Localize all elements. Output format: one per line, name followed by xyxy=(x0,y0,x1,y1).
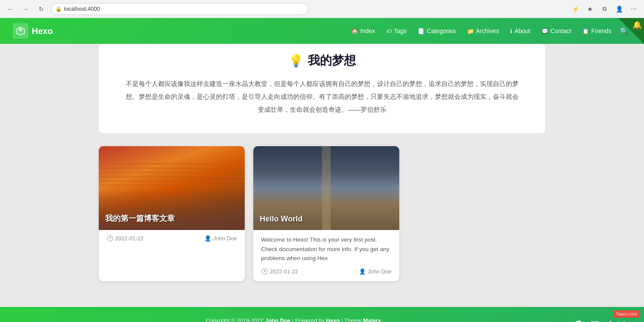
nav-item-about[interactable]: ℹ About xyxy=(505,25,535,37)
nav-item-friends[interactable]: 📋 Friends xyxy=(577,25,617,37)
nav-label-friends: Friends xyxy=(591,28,611,34)
footer-powered-by: Hexo xyxy=(326,317,340,322)
friends-icon: 📋 xyxy=(582,28,589,34)
nav-item-tags[interactable]: 🏷 Tags xyxy=(381,25,412,37)
post-card-2-meta: 🕐 2022-01-22 👤 John Doe xyxy=(261,268,392,275)
post-card-1-author: 👤 John Doe xyxy=(204,235,237,242)
nav-label-tags: Tags xyxy=(394,28,407,34)
post-card-2-author-text: John Doe xyxy=(368,268,392,275)
post-card-1-meta: 🕐 2022-01-22 👤 John Doe xyxy=(99,230,245,247)
favorites-button[interactable]: ★ xyxy=(584,3,596,15)
watermark: Yuucn.com xyxy=(614,310,640,318)
user-icon-1: 👤 xyxy=(204,235,211,242)
extensions-button[interactable]: ⚡ xyxy=(569,3,581,15)
svg-point-0 xyxy=(20,28,21,30)
post-card-1-image: 我的第一篇博客文章 xyxy=(99,146,245,230)
nav-label-archives: Archives xyxy=(476,28,499,34)
brand-name: Hexo xyxy=(32,26,53,36)
archives-icon: 📁 xyxy=(467,28,474,34)
nav-item-contact[interactable]: 💬 Contact xyxy=(536,25,576,37)
top-card: 💡 我的梦想 不是每个人都应该像我这样去建造一座水晶大教堂，但是每个人都应该拥有… xyxy=(99,44,545,133)
nav-item-index[interactable]: 🏠 Index xyxy=(346,25,380,37)
home-icon: 🏠 xyxy=(351,28,358,34)
post-card-2-excerpt: Welcome to Hexo! This is your very first… xyxy=(261,235,392,263)
browser-chrome: ← → ↻ 🔒 localhost:4000 ⚡ ★ ⧉ 👤 ⋯ xyxy=(0,0,644,18)
top-card-title: 💡 我的梦想 xyxy=(125,52,519,69)
categories-icon: 📑 xyxy=(418,28,425,34)
github-icon[interactable] xyxy=(574,320,583,322)
powered-by-label: Powered by xyxy=(295,317,325,322)
contact-icon: 💬 xyxy=(541,28,548,34)
nav-label-about: About xyxy=(514,28,530,34)
corner-notification-icon: 🔔 xyxy=(632,20,642,30)
clock-icon-2: 🕐 xyxy=(261,268,268,275)
footer-text: Copyright © 2019-2022 John Doe | Powered… xyxy=(13,316,574,322)
tags-icon: 🏷 xyxy=(386,28,392,34)
menu-button[interactable]: ⋯ xyxy=(628,3,640,15)
footer-theme: Matery xyxy=(363,317,381,322)
footer-author: John Doe xyxy=(265,317,290,322)
post-card-2-body: Welcome to Hexo! This is your very first… xyxy=(253,230,399,281)
nav-label-categories: Categories xyxy=(427,28,456,34)
footer-line-1: Copyright © 2019-2022 John Doe | Powered… xyxy=(13,316,574,322)
nav-label-index: Index xyxy=(360,28,375,34)
collections-button[interactable]: ⧉ xyxy=(598,3,611,15)
theme-label: Theme xyxy=(344,317,361,322)
brand-logo xyxy=(13,23,28,39)
post-card-1-author-text: John Doe xyxy=(213,235,237,242)
nav-item-categories[interactable]: 📑 Categories xyxy=(413,25,461,37)
main-content: 💡 我的梦想 不是每个人都应该像我这样去建造一座水晶大教堂，但是每个人都应该拥有… xyxy=(0,44,644,294)
post-card-2-author: 👤 John Doe xyxy=(359,268,392,275)
lock-icon: 🔒 xyxy=(55,6,62,12)
address-bar[interactable]: 🔒 localhost:4000 xyxy=(51,3,308,15)
bell-icon[interactable] xyxy=(606,320,615,322)
browser-actions: ⚡ ★ ⧉ 👤 ⋯ xyxy=(569,3,640,15)
user-icon-2: 👤 xyxy=(359,268,366,275)
post-card-2-date: 🕐 2022-01-22 xyxy=(261,268,298,275)
site-footer: Copyright © 2019-2022 John Doe | Powered… xyxy=(0,307,644,322)
post-card-2-date-text: 2022-01-22 xyxy=(270,268,298,275)
forward-button[interactable]: → xyxy=(20,3,32,15)
profile-button[interactable]: 👤 xyxy=(613,3,625,15)
nav-item-archives[interactable]: 📁 Archives xyxy=(462,25,504,37)
navbar: Hexo 🏠 Index 🏷 Tags 📑 Categories 📁 Archi… xyxy=(0,18,644,44)
footer-icons xyxy=(574,320,631,322)
top-card-text: 不是每个人都应该像我这样去建造一座水晶大教堂，但是每个人都应该拥有自己的梦想，设… xyxy=(125,77,519,116)
post-card-1[interactable]: 我的第一篇博客文章 🕐 2022-01-22 👤 John Doe xyxy=(99,146,245,281)
post-card-2[interactable]: Hello World Welcome to Hexo! This is you… xyxy=(253,146,399,281)
copyright-text: Copyright © 2019-2022 xyxy=(206,317,264,322)
navbar-brand[interactable]: Hexo xyxy=(13,23,53,39)
title-icon: 💡 xyxy=(289,54,304,68)
clock-icon-1: 🕐 xyxy=(106,235,113,242)
post-card-1-date-text: 2022-01-22 xyxy=(115,235,144,242)
post-card-2-image: Hello World xyxy=(253,146,399,230)
navbar-nav: 🏠 Index 🏷 Tags 📑 Categories 📁 Archives ℹ… xyxy=(346,25,631,38)
email-icon[interactable] xyxy=(590,320,599,322)
refresh-button[interactable]: ↻ xyxy=(35,3,47,15)
post-card-2-image-title: Hello World xyxy=(260,215,303,224)
about-icon: ℹ xyxy=(510,28,512,34)
rss-icon[interactable] xyxy=(622,320,631,322)
nav-label-contact: Contact xyxy=(550,28,571,34)
post-card-1-image-title: 我的第一篇博客文章 xyxy=(105,213,175,224)
back-button[interactable]: ← xyxy=(4,3,16,15)
title-text: 我的梦想 xyxy=(308,52,356,69)
post-card-1-date: 🕐 2022-01-22 xyxy=(106,235,144,242)
url-text: localhost:4000 xyxy=(64,6,100,12)
cards-section: 我的第一篇博客文章 🕐 2022-01-22 👤 John Doe Hello … xyxy=(99,146,545,281)
